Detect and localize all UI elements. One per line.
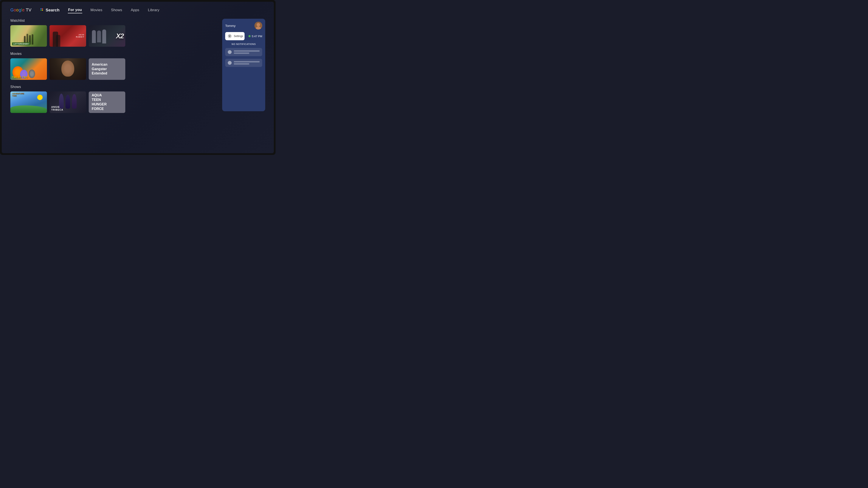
nav-apps[interactable]: Apps: [130, 7, 140, 13]
settings-row: Settings 5:47 PM: [225, 32, 262, 40]
card-american-gangster[interactable]: AmericanGangsterExtended: [89, 58, 125, 80]
card-two-by-two[interactable]: TWO BY TWO: [10, 58, 47, 80]
x2-label: X2: [116, 32, 124, 40]
card-angie-tribeca[interactable]: ANGIETRIBECA: [50, 92, 86, 113]
search-label: Search: [45, 8, 60, 12]
jojo-label: JOJORABBIT: [76, 34, 84, 38]
settings-tile[interactable]: Settings: [225, 32, 245, 40]
svg-point-5: [257, 23, 260, 27]
watchlist-section: Watchlist: [10, 19, 217, 47]
svg-point-0: [40, 8, 41, 9]
card-adventure-time[interactable]: ADVENTURETIME: [10, 92, 47, 113]
movies-cards-row: TWO BY TWO AmericanGangsterExtended: [10, 58, 217, 80]
search-icon: [40, 7, 44, 13]
notif-line-2b: [234, 63, 249, 65]
main-content: Watchlist: [2, 17, 274, 118]
letterkenny-label: LETTERKENNY: [12, 42, 30, 45]
watchlist-cards-row: LETTERKENNY JOJORABBIT: [10, 25, 217, 47]
notif-lines-1: [234, 51, 259, 54]
nav-for-you[interactable]: For you: [68, 7, 83, 13]
no-notifications-label: NO NOTIFICATIONS: [225, 43, 262, 45]
svg-point-2: [40, 10, 41, 11]
card-cage-film[interactable]: [50, 58, 86, 80]
shows-cards-row: ADVENTURETIME ANGIETRIBECA: [10, 92, 217, 113]
user-avatar[interactable]: [254, 22, 262, 30]
online-indicator: [248, 35, 251, 37]
aqua-teen-label: AQUATEENHUNGERFORCE: [92, 93, 106, 111]
notif-line-1b: [234, 53, 249, 54]
settings-icon: [228, 34, 231, 38]
movies-title: Movies: [10, 52, 217, 56]
card-jojo-rabbit[interactable]: JOJORABBIT: [50, 25, 86, 47]
content-area: Watchlist: [10, 19, 217, 118]
twobytwo-label: TWO BY TWO: [12, 76, 28, 78]
notif-icon-2: [228, 61, 231, 65]
shows-section: Shows ADVENTURETIME: [10, 85, 217, 113]
nav-movies[interactable]: Movies: [90, 7, 103, 13]
tv-screen: Google TV Search For you Movies: [2, 2, 274, 153]
nav-library[interactable]: Library: [148, 7, 160, 13]
angie-tribeca-label: ANGIETRIBECA: [51, 106, 63, 111]
side-panel: Tommy: [222, 19, 265, 111]
svg-point-3: [42, 10, 43, 11]
notif-line-2a: [234, 61, 259, 62]
nav-bar: Google TV Search For you Movies: [2, 2, 274, 17]
american-gangster-title: AmericanGangsterExtended: [92, 62, 107, 76]
movies-section: Movies TWO BY TWO: [10, 52, 217, 80]
nav-shows[interactable]: Shows: [111, 7, 123, 13]
notif-line-1a: [234, 51, 259, 52]
nav-search[interactable]: Search: [39, 6, 60, 13]
notif-lines-2: [234, 61, 259, 65]
svg-point-1: [42, 8, 43, 9]
notification-item-1: [225, 48, 262, 56]
shows-title: Shows: [10, 85, 217, 89]
card-aqua-teen[interactable]: AQUATEENHUNGERFORCE: [89, 92, 125, 113]
watchlist-title: Watchlist: [10, 19, 217, 23]
settings-label: Settings: [234, 35, 243, 38]
tv-bezel: Google TV Search For you Movies: [0, 0, 276, 155]
notification-item-2: [225, 59, 262, 67]
adventure-time-label: ADVENTURETIME: [12, 93, 24, 97]
notif-icon-1: [228, 50, 231, 54]
side-panel-header: Tommy: [225, 22, 262, 30]
google-tv-logo: Google TV: [10, 7, 31, 12]
time-display: 5:47 PM: [252, 35, 262, 38]
user-name: Tommy: [225, 24, 236, 28]
card-letterkenny[interactable]: LETTERKENNY: [10, 25, 47, 47]
card-x2[interactable]: X2: [89, 25, 125, 47]
